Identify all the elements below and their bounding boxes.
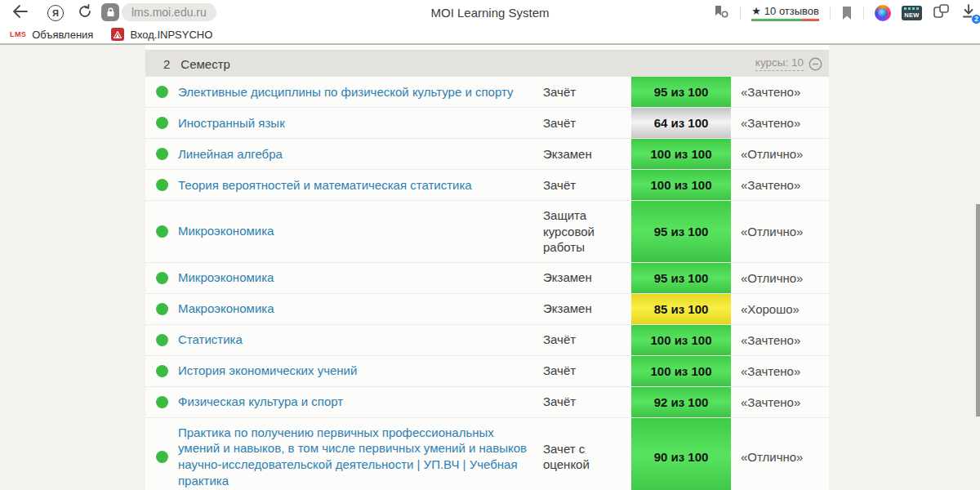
separator [740, 7, 741, 20]
status-dot-icon [156, 272, 168, 284]
course-link[interactable]: Физическая культура и спорт [178, 394, 343, 410]
score-cell: 64 из 100 [631, 108, 731, 138]
extension-color-icon[interactable] [875, 5, 891, 21]
course-name-cell: Микроэкономика [178, 263, 543, 293]
grade-cell: «Зачтено» [731, 387, 829, 417]
lms-favicon: LMS [10, 30, 26, 38]
grade-cell: «Зачтено» [731, 356, 829, 386]
course-link[interactable]: История экономических учений [178, 363, 357, 379]
reviews-count: 10 отзывов [764, 5, 819, 17]
downloads-button[interactable]: 2 [960, 3, 978, 23]
status-dot-icon [156, 334, 168, 346]
status-cell [145, 139, 178, 169]
assessment-type-cell: Экзамен [543, 294, 631, 324]
collections-icon[interactable] [713, 4, 729, 22]
course-row: Практика по получению первичных професси… [145, 418, 829, 490]
course-link[interactable]: Элективные дисциплины по физической куль… [178, 84, 513, 100]
chrome-divider [0, 43, 980, 45]
status-dot-icon [156, 396, 168, 408]
status-cell [145, 170, 178, 200]
refresh-icon [78, 4, 92, 22]
download-count-badge: 2 [971, 14, 980, 24]
score-cell: 95 из 100 [631, 263, 731, 293]
assessment-type-cell: Зачёт [543, 387, 631, 417]
courses-count-link[interactable]: курсы: 10 [755, 56, 804, 71]
course-row: Иностранный язык Зачёт 64 из 100 «Зачтен… [145, 108, 829, 139]
course-link[interactable]: Микроэкономика [178, 270, 274, 286]
page-title: MOI Learning System [430, 6, 549, 20]
status-dot-icon [156, 451, 168, 463]
status-cell [145, 201, 178, 262]
tab-groups-icon[interactable] [933, 3, 950, 22]
status-dot-icon [156, 148, 168, 160]
previous-row-sliver [145, 45, 829, 51]
assessment-type-cell: Защита курсовой работы [543, 201, 631, 262]
course-name-cell: Статистика [178, 325, 543, 355]
assessment-type-cell: Зачёт [543, 170, 631, 200]
course-name-cell: Микроэкономика [178, 201, 543, 262]
address-bar[interactable]: lms.moi.edu.ru [101, 3, 216, 21]
course-name-cell: Макроэкономика [178, 294, 543, 324]
course-link[interactable]: Макроэкономика [178, 301, 274, 317]
browser-chrome: Я lms.moi.edu.ru MOI Learning System ★ 1… [0, 0, 980, 45]
status-cell [145, 356, 178, 386]
semester-title: Семестр [180, 57, 230, 71]
bookmark-icon[interactable] [841, 6, 853, 20]
bookmark-item-inpsycho[interactable]: Вход.INPSYCHO [111, 28, 212, 41]
status-dot-icon [156, 86, 168, 98]
status-dot-icon [156, 365, 168, 377]
course-link[interactable]: Статистика [178, 332, 243, 348]
grade-cell: «Зачтено» [731, 108, 829, 138]
score-cell: 100 из 100 [631, 170, 731, 200]
grade-cell: «Отлично» [731, 139, 829, 169]
course-row: Элективные дисциплины по физической куль… [145, 77, 829, 108]
url-text[interactable]: lms.moi.edu.ru [122, 3, 216, 21]
course-row: Физическая культура и спорт Зачёт 92 из … [145, 387, 829, 418]
score-cell: 100 из 100 [631, 356, 731, 386]
separator [830, 7, 831, 20]
separator [863, 7, 864, 20]
semester-number: 2 [163, 57, 170, 71]
rating-bar [751, 19, 819, 21]
score-cell: 90 из 100 [631, 418, 731, 490]
course-row: Макроэкономика Экзамен 85 из 100 «Хорошо… [145, 294, 829, 325]
course-row: Статистика Зачёт 100 из 100 «Зачтено» [145, 325, 829, 356]
status-dot-icon [156, 225, 168, 238]
collapse-section-icon[interactable] [808, 57, 822, 71]
course-link[interactable]: Микроэкономика [178, 223, 274, 239]
lms-page: 2 Семестр курсы: 10 Элективные дисциплин… [0, 45, 980, 490]
assessment-type-cell: Зачёт [543, 108, 631, 138]
course-link[interactable]: Линейная алгебра [178, 146, 283, 163]
course-link[interactable]: Теория вероятностей и математическая ста… [178, 177, 472, 194]
back-button[interactable] [10, 3, 29, 23]
score-cell: 95 из 100 [631, 201, 731, 262]
star-icon: ★ [751, 5, 761, 17]
grade-cell: «Отлично» [731, 263, 829, 293]
scrollbar-thumb[interactable] [976, 204, 980, 416]
bookmark-item-announcements[interactable]: LMS Объявления [10, 29, 93, 41]
status-cell [145, 418, 178, 490]
site-reviews-button[interactable]: ★ 10 отзывов [751, 5, 819, 21]
course-row: Микроэкономика Защита курсовой работы 95… [145, 201, 829, 263]
course-table-body: Элективные дисциплины по физической куль… [145, 77, 829, 490]
ssl-lock-icon[interactable] [101, 3, 119, 21]
assessment-type-cell: Зачёт [543, 356, 631, 386]
refresh-button[interactable] [75, 3, 95, 23]
browser-toolbar: Я lms.moi.edu.ru MOI Learning System ★ 1… [0, 0, 980, 25]
status-dot-icon [156, 117, 168, 129]
score-cell: 92 из 100 [631, 387, 731, 417]
course-link[interactable]: Практика по получению первичных професси… [178, 425, 528, 489]
status-dot-icon [156, 303, 168, 315]
toolbar-right-icons: ★ 10 отзывов NEW 2 [713, 0, 978, 25]
yandex-browser-button[interactable]: Я [46, 3, 65, 23]
assessment-type-cell: Экзамен [543, 139, 631, 169]
assessment-type-cell: Зачёт [543, 325, 631, 355]
course-link[interactable]: Иностранный язык [178, 115, 285, 131]
course-row: Линейная алгебра Экзамен 100 из 100 «Отл… [145, 139, 829, 170]
course-name-cell: Иностранный язык [178, 108, 543, 138]
new-extension-icon[interactable]: NEW [902, 6, 922, 20]
bookmark-label: Вход.INPSYCHO [130, 29, 212, 41]
grade-cell: «Зачтено» [731, 170, 829, 200]
grade-cell: «Зачтено» [731, 325, 829, 355]
status-cell [145, 108, 178, 138]
